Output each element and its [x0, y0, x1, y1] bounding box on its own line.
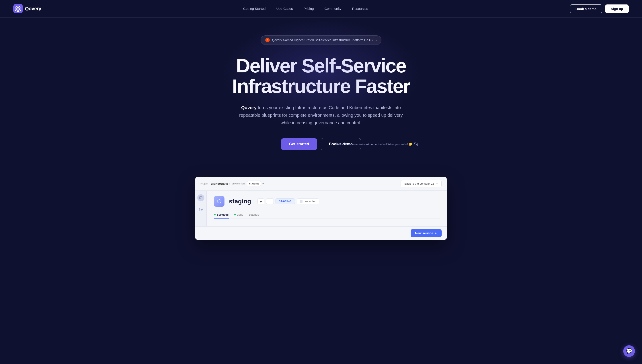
sidebar-icon-2[interactable] [197, 206, 204, 213]
demo-hint: It's a 30-minutes tailored demo that wil… [337, 140, 419, 148]
hero-title-line2: Infrastructure Faster [232, 75, 410, 97]
nav-getting-started[interactable]: Getting Started [243, 7, 266, 10]
nav-links: Getting Started Use-Cases Pricing Commun… [243, 7, 368, 11]
breadcrumb-dropdown-icon[interactable]: ▾ [262, 182, 264, 185]
nav-community[interactable]: Community [325, 7, 342, 10]
tab-logs[interactable]: Logs [234, 211, 243, 218]
nav-book-demo-button[interactable]: Book a demo [570, 4, 602, 13]
env-more-btn[interactable]: ⋮ [266, 198, 274, 204]
navbar: Qovery Getting Started Use-Cases Pricing… [0, 0, 642, 18]
svg-rect-3 [300, 200, 303, 203]
tab-settings-label: Settings [249, 213, 259, 216]
logs-status-dot [234, 214, 236, 216]
project-name: BigNeoBank [211, 182, 228, 185]
tab-services[interactable]: Services [214, 211, 229, 218]
nav-signup-button[interactable]: Sign up [605, 4, 629, 13]
hero-section: G Qovery Named Highest-Rated Self-Servic… [0, 18, 642, 168]
hero-title: Deliver Self-Service Infrastructure Fast… [232, 56, 410, 97]
logo-icon [13, 4, 23, 13]
plus-icon: ✦ [434, 232, 437, 235]
nav-resources[interactable]: Resources [352, 7, 368, 10]
console-tabs: Services Logs Settings [214, 211, 440, 219]
hero-title-line1: Deliver Self-Service [236, 54, 406, 77]
logo-link[interactable]: Qovery [13, 4, 41, 13]
external-link-icon: ↗ [435, 182, 438, 185]
logo-text: Qovery [25, 6, 41, 12]
hero-description-rest: turns your existing Infrastructure as Co… [239, 105, 403, 125]
tab-services-label: Services [217, 213, 229, 216]
env-title: staging [229, 198, 251, 205]
demo-hint-text: It's a 30-minutes tailored demo that wil… [337, 142, 412, 146]
g2-icon: G [265, 38, 270, 42]
console-sidebar [195, 191, 207, 226]
console-env-header: ⬡ staging ▶ ⋮ STAGING production [214, 196, 440, 207]
project-label: Project [200, 182, 208, 185]
env-play-btn[interactable]: ▶ [257, 198, 264, 204]
get-started-button[interactable]: Get started [281, 138, 317, 150]
nav-pricing[interactable]: Pricing [304, 7, 314, 10]
staging-badge: STAGING [276, 198, 295, 204]
breadcrumb-separator: › [229, 182, 230, 185]
svg-point-2 [199, 208, 202, 211]
env-icon: ⬡ [214, 196, 225, 207]
hero-description: Qovery turns your existing Infrastructur… [236, 104, 406, 126]
production-badge: production [297, 198, 319, 204]
nav-use-cases[interactable]: Use-Cases [276, 7, 293, 10]
hero-brand-name: Qovery [241, 105, 257, 110]
console-footer: New service ✦ [195, 226, 447, 240]
demo-hint-arrow-icon: ↪ [413, 140, 420, 148]
environment-label: Environment [232, 182, 245, 185]
announcement-arrow-icon: › [376, 38, 377, 42]
tab-settings[interactable]: Settings [249, 211, 259, 218]
announcement-badge[interactable]: G Qovery Named Highest-Rated Self-Servic… [261, 36, 381, 45]
tab-logs-label: Logs [237, 213, 243, 216]
console-breadcrumb: Project BigNeoBank › Environment staging… [200, 181, 264, 186]
back-btn-label: Back to the console V2 [404, 182, 434, 185]
chat-bubble[interactable]: 💬 [623, 345, 635, 357]
chat-icon: 💬 [626, 348, 632, 354]
back-to-console-button[interactable]: Back to the console V2 ↗ [401, 180, 442, 187]
console-main: ⬡ staging ▶ ⋮ STAGING production [207, 191, 447, 226]
console-topbar: Project BigNeoBank › Environment staging… [195, 177, 447, 191]
sidebar-icon-1[interactable] [197, 194, 204, 202]
production-icon [300, 200, 303, 203]
console-body: ⬡ staging ▶ ⋮ STAGING production [195, 191, 447, 226]
environment-name-badge: staging [247, 181, 261, 186]
nav-actions: Book a demo Sign up [570, 4, 629, 13]
console-preview: Project BigNeoBank › Environment staging… [195, 177, 447, 240]
env-icon-layers: ⬡ [217, 198, 221, 204]
services-status-dot [214, 214, 216, 216]
hero-cta: Get started Book a demo It's a 30-minute… [281, 138, 361, 150]
new-service-label: New service [415, 232, 433, 235]
env-controls: ▶ ⋮ STAGING production [257, 198, 319, 204]
new-service-button[interactable]: New service ✦ [411, 229, 442, 237]
announcement-text: Qovery Named Highest-Rated Self-Service … [272, 38, 373, 42]
